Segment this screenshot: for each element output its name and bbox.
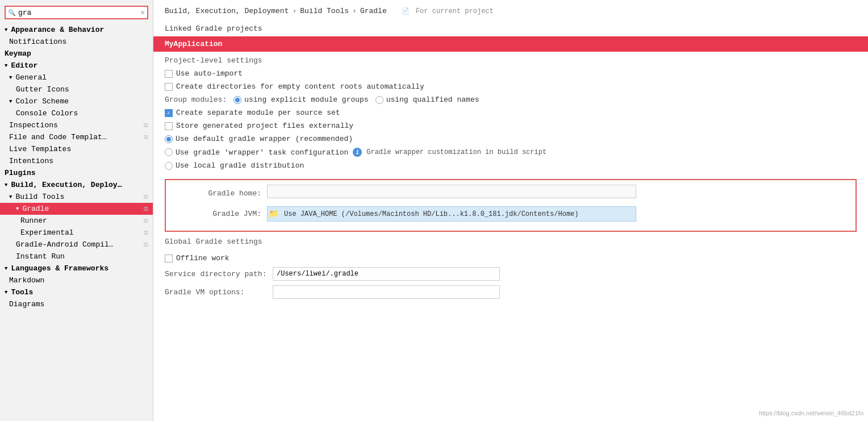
- sidebar-item-label: Plugins: [5, 169, 36, 177]
- sidebar-item-markdown[interactable]: Markdown: [0, 274, 153, 286]
- sidebar-item-label: Console Colors: [16, 109, 78, 118]
- sidebar-item-build-tools[interactable]: ▼Build Tools⧉: [0, 191, 153, 203]
- offline-work-checkbox[interactable]: [165, 255, 173, 262]
- sidebar-item-experimental[interactable]: Experimental⧉: [0, 227, 153, 239]
- sidebar-item-plugins[interactable]: Plugins: [0, 167, 153, 179]
- sidebar-item-label: Notifications: [9, 37, 66, 46]
- project-level-label: Project-level settings: [165, 56, 857, 65]
- sidebar-item-appearance-behavior[interactable]: ▼Appearance & Behavior: [0, 24, 153, 36]
- gradle-home-label: Gradle home:: [170, 189, 261, 198]
- folder-icon: 📁: [269, 209, 278, 219]
- sidebar-item-label: Inspections: [9, 121, 58, 130]
- project-bar[interactable]: MyApplication: [153, 36, 868, 52]
- sidebar-item-color-scheme[interactable]: ▼Color Scheme: [0, 95, 153, 107]
- sidebar-item-inspections[interactable]: Inspections⧉: [0, 119, 153, 131]
- using-explicit-radio[interactable]: [233, 96, 241, 104]
- copy-icon: ⧉: [144, 218, 148, 224]
- create-separate-module-checkbox[interactable]: ✓: [165, 109, 173, 117]
- breadcrumb-header: Build, Execution, Deployment › Build Too…: [153, 0, 868, 20]
- sidebar-item-label: Tools: [11, 288, 33, 297]
- copy-icon: ⧉: [144, 206, 148, 212]
- use-local-gradle-radio[interactable]: [165, 162, 173, 170]
- use-auto-import-checkbox[interactable]: [165, 70, 173, 78]
- use-wrapper-task-label[interactable]: Use gradle 'wrapper' task configuration: [165, 148, 348, 157]
- create-dirs-checkbox[interactable]: [165, 83, 173, 91]
- service-dir-input[interactable]: [273, 267, 500, 281]
- sidebar-item-build-exec-deploy[interactable]: ▼Build, Execution, Deploy…: [0, 179, 153, 191]
- global-gradle-settings: Offline work Service directory path: Gra…: [153, 249, 868, 308]
- store-generated-row: Store generated project files externally: [165, 122, 857, 130]
- main-content: Build, Execution, Deployment › Build Too…: [153, 0, 868, 421]
- search-input[interactable]: [18, 9, 139, 17]
- use-default-wrapper-row: Use default gradle wrapper (recommended): [165, 135, 857, 143]
- offline-work-row: Offline work: [165, 254, 857, 262]
- sidebar-item-label: Markdown: [9, 276, 44, 285]
- gradle-jvm-dropdown[interactable]: 📁 Use JAVA_HOME (/Volumes/Macintosh HD/L…: [267, 206, 636, 222]
- group-modules-row: Group modules: using explicit module gro…: [165, 95, 857, 104]
- store-generated-label[interactable]: Store generated project files externally: [165, 122, 353, 130]
- gradle-vm-label: Gradle VM options:: [165, 288, 267, 297]
- sidebar-item-diagrams[interactable]: Diagrams: [0, 298, 153, 310]
- copy-icon: ⧉: [144, 134, 148, 141]
- sidebar-item-label: Instant Run: [16, 252, 65, 261]
- service-dir-row: Service directory path:: [165, 267, 857, 281]
- wrapper-info-text: Gradle wrapper customization in build sc…: [366, 148, 546, 156]
- sidebar-item-languages-frameworks[interactable]: ▼Languages & Frameworks: [0, 262, 153, 274]
- search-icon: 🔍: [8, 9, 16, 16]
- sidebar-item-instant-run[interactable]: Instant Run: [0, 251, 153, 262]
- sidebar-item-keymap[interactable]: Keymap: [0, 48, 153, 60]
- global-gradle-label: Global Gradle settings: [153, 232, 868, 249]
- info-icon[interactable]: i: [353, 148, 362, 157]
- sidebar-item-intentions[interactable]: Intentions: [0, 155, 153, 167]
- use-auto-import-label[interactable]: Use auto-import: [165, 69, 243, 78]
- use-local-gradle-row: Use local gradle distribution: [165, 161, 857, 170]
- create-dirs-label[interactable]: Create directories for empty content roo…: [165, 82, 424, 91]
- breadcrumb-sep1: ›: [292, 7, 297, 15]
- gradle-vm-row: Gradle VM options:: [165, 285, 857, 299]
- copy-icon: ⧉: [144, 241, 148, 248]
- sidebar-item-live-templates[interactable]: Live Templates: [0, 143, 153, 155]
- triangle-icon: ▼: [5, 182, 7, 188]
- using-qualified-label[interactable]: using qualified names: [375, 95, 479, 104]
- sidebar-item-general[interactable]: ▼General: [0, 72, 153, 84]
- search-box[interactable]: 🔍 ✕: [5, 6, 148, 19]
- sidebar-item-console-colors[interactable]: Console Colors: [0, 107, 153, 119]
- sidebar-item-file-code-templates[interactable]: File and Code Templat…⧉: [0, 131, 153, 143]
- triangle-icon: ▼: [5, 63, 7, 69]
- use-local-gradle-label[interactable]: Use local gradle distribution: [165, 161, 304, 170]
- sidebar-item-tools[interactable]: ▼Tools: [0, 286, 153, 298]
- sidebar-item-label: Languages & Frameworks: [11, 264, 108, 273]
- sidebar-item-editor[interactable]: ▼Editor: [0, 60, 153, 72]
- store-generated-checkbox[interactable]: [165, 122, 173, 130]
- use-default-wrapper-label[interactable]: Use default gradle wrapper (recommended): [165, 135, 353, 143]
- group-modules-label: Group modules:: [165, 95, 227, 104]
- copy-icon: ⧉: [144, 194, 148, 201]
- use-default-wrapper-radio[interactable]: [165, 135, 173, 143]
- breadcrumb-part3: Gradle: [360, 7, 387, 15]
- sidebar-item-gutter-icons[interactable]: Gutter Icons: [0, 84, 153, 95]
- search-clear-icon[interactable]: ✕: [140, 8, 145, 17]
- triangle-icon: ▼: [5, 266, 7, 272]
- breadcrumb-part2: Build Tools: [300, 7, 349, 15]
- create-separate-module-label[interactable]: ✓ Create separate module per source set: [165, 109, 340, 117]
- sidebar-item-runner[interactable]: Runner⧉: [0, 215, 153, 227]
- sidebar-item-label: Experimental: [20, 228, 74, 237]
- sidebar-item-label: Gradle: [22, 205, 49, 213]
- sidebar-item-gradle[interactable]: ▼Gradle⧉: [0, 203, 153, 215]
- sidebar-item-notifications[interactable]: Notifications: [0, 36, 153, 48]
- using-explicit-label[interactable]: using explicit module groups: [233, 95, 368, 104]
- offline-work-label[interactable]: Offline work: [165, 254, 229, 262]
- triangle-icon: ▼: [5, 27, 7, 33]
- sidebar-item-label: Build, Execution, Deploy…: [11, 181, 122, 189]
- sidebar-item-label: Gradle-Android Compil…: [16, 240, 114, 249]
- sidebar-item-label: Intentions: [9, 157, 53, 165]
- gradle-vm-input[interactable]: [273, 285, 500, 299]
- sidebar-item-label: Editor: [11, 61, 37, 70]
- use-wrapper-task-radio[interactable]: [165, 148, 173, 156]
- use-wrapper-task-row: Use gradle 'wrapper' task configuration …: [165, 148, 857, 157]
- using-qualified-radio[interactable]: [375, 96, 383, 104]
- sidebar-item-gradle-android-compiler[interactable]: Gradle-Android Compil…⧉: [0, 239, 153, 251]
- sidebar-item-label: File and Code Templat…: [9, 133, 107, 141]
- linked-projects-label: Linked Gradle projects: [153, 20, 868, 36]
- gradle-home-input[interactable]: [267, 185, 636, 198]
